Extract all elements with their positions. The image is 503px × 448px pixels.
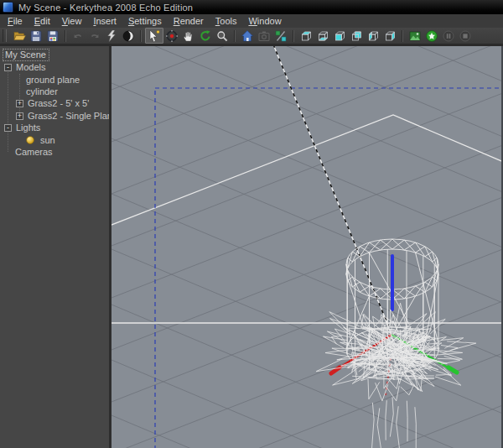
tree-item-cameras[interactable]: Cameras (0, 146, 53, 158)
home-icon (241, 29, 254, 43)
cube-right-icon (383, 29, 397, 43)
save-as-button[interactable] (44, 29, 61, 44)
toolbar (0, 28, 503, 46)
title-bar[interactable]: My Scene - Kerkythea 2008 Echo Edition (0, 0, 503, 14)
lightbulb-icon (26, 136, 34, 144)
tree-item-grass2-single-plane[interactable]: + Grass2 - Single Plane (0, 110, 117, 122)
start-render-icon (425, 29, 438, 43)
tree-item-label: Grass2 - 5' x 5' (28, 98, 89, 108)
orbit-view-button[interactable] (163, 29, 180, 44)
moon-contrast-icon (122, 29, 135, 43)
3d-viewport-canvas[interactable] (111, 46, 503, 448)
collapse-icon[interactable]: - (4, 64, 12, 71)
undo-icon (71, 29, 85, 43)
view-top-button[interactable] (298, 29, 314, 44)
tree-item-models[interactable]: - Models (0, 61, 45, 73)
cube-bottom-icon (316, 29, 330, 43)
home-view-button[interactable] (239, 29, 256, 44)
collapse-icon[interactable]: - (4, 124, 12, 132)
snapshot-button[interactable] (256, 29, 272, 44)
tree-item-label: Grass2 - Single Plane (28, 111, 117, 121)
stop-render-button[interactable] (457, 29, 474, 44)
selection-rect (155, 88, 503, 448)
cube-top-icon (299, 29, 314, 43)
spin-view-button[interactable] (197, 29, 214, 44)
lightning-icon (105, 29, 118, 43)
cube-front-icon (333, 29, 347, 43)
floppy-disk-icon (29, 29, 43, 43)
menu-edit[interactable]: Edit (29, 16, 56, 26)
open-folder-icon (13, 29, 26, 43)
menu-insert[interactable]: Insert (87, 16, 122, 26)
cursor-arrow-icon (148, 29, 161, 43)
tree-item-grass2-5x5[interactable]: + Grass2 - 5' x 5' (0, 97, 89, 109)
hand-icon (182, 29, 195, 43)
toolbar-separator (140, 30, 142, 42)
expand-icon[interactable]: + (16, 100, 23, 107)
gizmo-squares-icon (274, 29, 288, 43)
tree-root-my-scene[interactable]: My Scene (3, 49, 49, 61)
redo-button[interactable] (86, 29, 103, 44)
open-file-button[interactable] (11, 29, 28, 44)
app-window: My Scene - Kerkythea 2008 Echo Edition F… (0, 0, 503, 448)
render-scene-button[interactable] (407, 29, 423, 44)
cube-left-icon (366, 29, 381, 43)
magnifier-icon (215, 29, 229, 43)
menu-file[interactable]: File (2, 16, 29, 26)
view-back-button[interactable] (348, 29, 365, 44)
cube-back-icon (350, 29, 364, 43)
toolbar-separator (402, 30, 403, 42)
pause-render-button[interactable] (440, 29, 457, 44)
view-bottom-button[interactable] (314, 29, 331, 44)
gizmo-toggle-button[interactable] (272, 29, 289, 44)
tree-item-sun[interactable]: sun (0, 134, 55, 146)
floor-grid (111, 46, 503, 448)
pan-view-button[interactable] (180, 29, 197, 44)
tree-item-cylinder[interactable]: cylinder (0, 86, 58, 97)
start-render-button[interactable] (423, 29, 440, 44)
undo-button[interactable] (70, 29, 86, 44)
quick-light-button[interactable] (103, 29, 120, 44)
expand-icon[interactable]: + (16, 112, 23, 120)
toolbar-separator (293, 30, 294, 42)
view-front-button[interactable] (331, 29, 348, 44)
pause-render-icon (442, 29, 455, 43)
stop-render-icon (459, 29, 472, 43)
menu-tools[interactable]: Tools (210, 16, 243, 26)
select-tool-button[interactable] (145, 28, 163, 44)
tree-item-label: Models (16, 62, 45, 72)
render-image-icon (408, 29, 422, 43)
redo-icon (88, 29, 101, 43)
menu-window[interactable]: Window (242, 16, 287, 26)
tree-item-ground-plane[interactable]: ground plane (0, 74, 80, 86)
menu-render[interactable]: Render (168, 16, 210, 26)
gamma-night-button[interactable] (120, 29, 137, 44)
app-icon (3, 2, 13, 13)
view-right-button[interactable] (381, 29, 398, 44)
tree-item-label: Cameras (15, 147, 53, 157)
toolbar-separator (234, 30, 236, 42)
toolbar-separator (65, 30, 66, 42)
zoom-view-button[interactable] (214, 29, 231, 44)
menu-view[interactable]: View (56, 16, 88, 26)
toolbar-grip[interactable] (3, 29, 7, 42)
tree-item-label: ground plane (26, 75, 80, 85)
save-button[interactable] (28, 29, 44, 44)
menu-bar: File Edit View Insert Settings Render To… (0, 14, 503, 28)
tree-item-label: sun (40, 135, 55, 145)
refresh-arrow-icon (199, 29, 212, 43)
tree-item-lights[interactable]: - Lights (0, 122, 40, 133)
window-title: My Scene - Kerkythea 2008 Echo Edition (18, 3, 193, 13)
ground-plane-outline (111, 115, 503, 323)
scene-tree-panel: My Scene - Models ground plane cylinder … (0, 46, 109, 448)
tree-item-label: cylinder (26, 86, 58, 96)
menu-settings[interactable]: Settings (122, 16, 168, 26)
floppy-disk-color-icon (46, 29, 60, 43)
tree-item-label: Lights (16, 122, 40, 133)
grass-wireframe (316, 303, 476, 448)
view-left-button[interactable] (365, 29, 381, 44)
orbit-target-icon (165, 29, 179, 43)
camera-photo-icon (257, 29, 271, 43)
